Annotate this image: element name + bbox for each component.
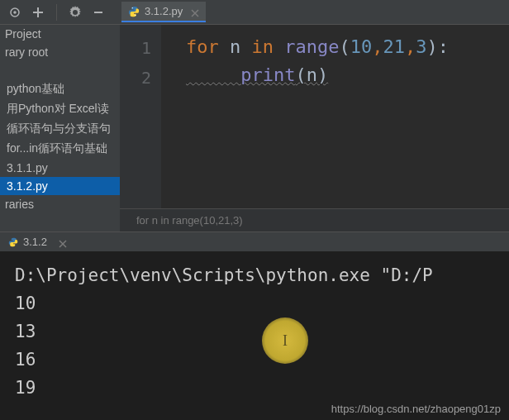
sidebar-item-file[interactable]: 3.1.1.py — [0, 159, 120, 177]
sidebar-item-folder[interactable]: python基础 — [0, 79, 120, 99]
sidebar-item-folder[interactable]: 用Python对 Excel读 — [0, 99, 120, 119]
close-icon[interactable] — [59, 238, 67, 246]
breadcrumb[interactable]: for n in range(10,21,3) — [120, 208, 509, 231]
tab-label: 3.1.2.py — [145, 5, 183, 17]
minimize-icon[interactable] — [92, 6, 105, 19]
svg-point-3 — [132, 7, 133, 7]
svg-point-4 — [135, 14, 136, 15]
python-file-icon — [128, 6, 140, 17]
sidebar-item-library-root[interactable]: rary root — [0, 43, 120, 61]
sidebar-item-libraries[interactable]: raries — [0, 195, 120, 213]
run-tab-bar: 3.1.2 — [0, 231, 509, 251]
project-sidebar: Project rary root python基础 用Python对 Exce… — [0, 25, 120, 231]
console-line: 16 — [15, 346, 494, 374]
run-tab[interactable]: 3.1.2 — [0, 234, 75, 250]
console-output[interactable]: D:\Project\venv\Scripts\python.exe "D:/P… — [0, 251, 509, 420]
line-gutter: 1 2 — [120, 25, 161, 208]
code-editor[interactable]: 1 2 for n in range(10,21,3): print(n) — [120, 25, 509, 208]
code-line: for n in range(10,21,3): — [186, 33, 509, 61]
sync-icon[interactable] — [31, 6, 45, 19]
sidebar-item-folder[interactable]: for...in循环语句基础 — [0, 139, 120, 159]
console-line: 10 — [15, 289, 494, 317]
code-area[interactable]: for n in range(10,21,3): print(n) — [161, 25, 509, 208]
svg-point-1 — [14, 12, 16, 13]
code-line: print(n) — [186, 61, 509, 89]
main-area: Project rary root python基础 用Python对 Exce… — [0, 25, 509, 231]
sidebar-item-folder[interactable]: 循环语句与分支语句 — [0, 119, 120, 139]
console-command: D:\Project\venv\Scripts\python.exe "D:/P — [15, 261, 494, 289]
close-icon[interactable] — [191, 7, 199, 16]
tab-bar: 3.1.2.py — [113, 2, 206, 22]
sidebar-item-project[interactable]: Project — [0, 25, 120, 43]
python-file-icon — [8, 237, 18, 247]
line-number: 1 — [120, 33, 161, 63]
divider — [56, 4, 57, 21]
toolbar: 3.1.2.py — [0, 0, 509, 25]
locate-icon[interactable] — [8, 6, 21, 19]
sidebar-item-file-active[interactable]: 3.1.2.py — [0, 177, 120, 195]
editor-wrap: 1 2 for n in range(10,21,3): print(n) fo… — [120, 25, 509, 231]
watermark: https://blog.csdn.net/zhaopeng01zp — [331, 403, 501, 415]
line-number: 2 — [120, 63, 161, 93]
console-line: 19 — [15, 374, 494, 402]
run-tab-label: 3.1.2 — [23, 236, 47, 248]
cursor-highlight: I — [262, 317, 308, 364]
console-line: 13 — [15, 317, 494, 346]
gear-icon[interactable] — [69, 6, 82, 19]
editor-tab[interactable]: 3.1.2.py — [121, 2, 206, 22]
